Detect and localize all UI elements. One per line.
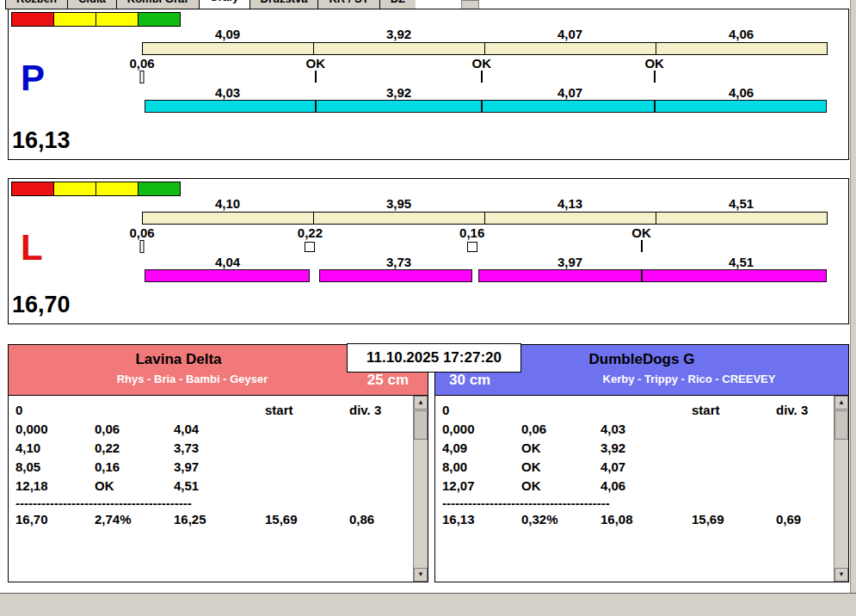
table-cell: 4,09 xyxy=(442,440,467,455)
table-cell: 16,25 xyxy=(174,512,206,527)
table-cell: OK xyxy=(521,440,541,455)
traffic-light-2 xyxy=(95,12,139,27)
table-row: 0startdiv. 3 xyxy=(435,401,833,420)
ideal-split-value: 4,06 xyxy=(729,27,754,41)
lane-panel-l: 4,103,954,134,51 0,060,220,16OK 4,043,73… xyxy=(8,178,849,324)
tick-marker-icon xyxy=(315,71,317,83)
table-cell: 12,07 xyxy=(442,478,475,493)
ideal-split-value: 4,09 xyxy=(215,27,240,41)
table-cell: 4,04 xyxy=(174,422,199,436)
run-time-bar xyxy=(142,269,827,283)
table-cell: 2,74% xyxy=(95,512,132,527)
traffic-light-1 xyxy=(53,12,96,27)
changeover-label: 0,22 xyxy=(298,225,323,240)
scrollbar-down-icon[interactable]: ▼ xyxy=(414,568,428,582)
changeover-label: OK xyxy=(306,56,326,71)
lane-letter: P xyxy=(21,59,45,97)
table-cell: 0,000 xyxy=(442,422,475,436)
ideal-split-value: 3,95 xyxy=(386,196,411,211)
table-cell: 12,18 xyxy=(15,478,48,493)
cursor-marker-icon xyxy=(140,240,145,253)
table-cell: 15,69 xyxy=(265,512,298,527)
scrollbar-down-icon[interactable]: ▼ xyxy=(834,568,848,582)
lane-letter: L xyxy=(21,229,43,267)
ideal-bar-segment xyxy=(484,212,656,225)
scrollbar[interactable]: ▲ ▼ xyxy=(413,396,428,582)
ideal-split-bar xyxy=(142,42,827,55)
square-marker-icon xyxy=(305,242,315,252)
table-cell: OK xyxy=(95,478,114,493)
table-cell: 4,07 xyxy=(600,459,625,474)
table-rows: 0startdiv. 30,0000,064,044,100,223,738,0… xyxy=(9,401,412,582)
table-cell: 16,13 xyxy=(442,512,475,527)
changeover-label: OK xyxy=(472,56,492,71)
table-cell: 3,92 xyxy=(600,440,625,455)
team-panel-left: Lavina Delta Rhys - Bria - Bambi - Geyse… xyxy=(8,344,428,582)
run-split-value: 3,73 xyxy=(386,255,411,269)
run-bar-segment xyxy=(655,100,827,113)
table-cell: 0,32% xyxy=(521,512,558,527)
changeover-markers xyxy=(142,240,827,256)
jump-height-badge: 30 cm xyxy=(449,372,490,389)
table-row: 16,130,32%16,0815,690,69 xyxy=(435,510,833,529)
window-right-frame xyxy=(850,0,856,616)
changeover-markers xyxy=(142,71,827,86)
run-time-bar xyxy=(142,100,827,114)
square-marker-icon xyxy=(467,242,477,252)
ideal-bar-segment xyxy=(313,42,485,55)
team-panel-right: DumbleDogs G Kerby - Trippy - Rico - CRE… xyxy=(434,344,849,582)
table-cell: 0,06 xyxy=(95,422,120,436)
ideal-split-bar xyxy=(142,212,827,225)
run-split-value: 4,51 xyxy=(729,255,754,269)
table-cell: 15,69 xyxy=(692,512,724,527)
ideal-split-value: 4,51 xyxy=(729,196,754,211)
traffic-light-0 xyxy=(11,182,54,196)
table-cell: 0,06 xyxy=(521,422,546,436)
traffic-light-0 xyxy=(11,12,54,27)
run-split-labels: 4,033,924,074,06 xyxy=(142,85,827,99)
ideal-bar-segment xyxy=(313,212,485,225)
window-bottom-frame xyxy=(0,594,856,616)
table-separator: --------------------------------------- xyxy=(435,496,833,510)
run-split-value: 4,03 xyxy=(215,85,240,100)
ideal-split-labels: 4,093,924,074,06 xyxy=(142,27,827,40)
traffic-light-2 xyxy=(95,182,139,196)
team-results-table: 0startdiv. 30,0000,064,034,09OK3,928,00O… xyxy=(435,395,848,582)
table-cell: 3,73 xyxy=(174,440,199,455)
table-rows: 0startdiv. 30,0000,064,034,09OK3,928,00O… xyxy=(435,401,833,582)
ideal-bar-segment xyxy=(656,212,828,225)
scrollbar[interactable]: ▲ ▼ xyxy=(834,396,848,582)
table-cell: 4,51 xyxy=(174,478,199,493)
table-cell: 4,06 xyxy=(600,478,625,493)
table-row: 4,09OK3,92 xyxy=(435,439,833,458)
traffic-light-1 xyxy=(53,182,96,196)
run-split-value: 3,92 xyxy=(386,85,411,100)
scrollbar-thumb[interactable] xyxy=(414,410,428,440)
table-row: 0,0000,064,04 xyxy=(9,420,412,439)
changeover-label: 0,06 xyxy=(129,56,154,71)
app-window: RozbehCidlaKombi GrafGrafyDružstvaKR / S… xyxy=(0,0,856,616)
table-cell: 0,22 xyxy=(95,440,120,455)
run-split-value: 3,97 xyxy=(557,255,582,269)
run-bar-segment xyxy=(319,269,472,282)
scrollbar-thumb[interactable] xyxy=(834,410,848,440)
ideal-bar-segment xyxy=(484,42,656,55)
changeover-label: 0,06 xyxy=(129,225,154,240)
ideal-split-value: 3,92 xyxy=(386,27,411,41)
jump-height-badge: 25 cm xyxy=(367,372,409,389)
table-cell: 16,70 xyxy=(15,512,48,527)
run-bar-segment xyxy=(478,269,641,282)
table-cell: div. 3 xyxy=(349,403,381,417)
table-row: 0startdiv. 3 xyxy=(9,401,412,420)
run-bar-segment xyxy=(482,100,655,113)
ideal-split-value: 4,07 xyxy=(557,27,582,41)
tick-marker-icon xyxy=(641,240,643,252)
scrollbar-up-icon[interactable]: ▲ xyxy=(414,396,428,410)
scrollbar-up-icon[interactable]: ▲ xyxy=(834,396,848,410)
run-bar-segment xyxy=(642,269,827,282)
table-row: 12,07OK4,06 xyxy=(435,477,833,496)
ideal-split-value: 4,10 xyxy=(215,196,240,211)
changeover-label: 0,16 xyxy=(459,225,484,240)
table-row: 8,050,163,97 xyxy=(9,458,412,477)
run-bar-segment xyxy=(316,100,482,113)
